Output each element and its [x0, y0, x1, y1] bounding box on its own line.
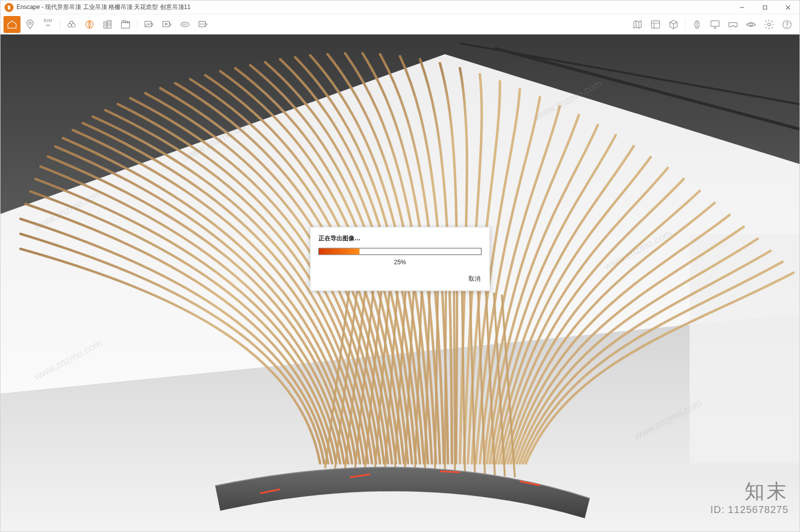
- svg-point-42: [768, 23, 770, 26]
- svg-rect-33: [652, 21, 660, 28]
- export-image-button[interactable]: [140, 16, 158, 33]
- export-exe-button[interactable]: EXE: [194, 16, 212, 33]
- binoculars-button[interactable]: [63, 16, 80, 33]
- home-button[interactable]: [4, 16, 20, 33]
- settings-gear-button[interactable]: [760, 16, 778, 33]
- progress-fill: [319, 248, 360, 254]
- monitor-button[interactable]: [706, 16, 724, 33]
- maximize-button[interactable]: [754, 0, 776, 14]
- vr-headset-button[interactable]: [724, 16, 742, 33]
- svg-point-41: [750, 23, 752, 26]
- svg-text:360°: 360°: [182, 22, 188, 25]
- app-name: Enscape: [16, 3, 40, 10]
- bim-label: BIM: [44, 18, 52, 23]
- map-view-button[interactable]: [629, 16, 646, 33]
- svg-rect-11: [104, 21, 107, 28]
- cube-view-button[interactable]: [665, 16, 682, 33]
- building-button[interactable]: [99, 16, 116, 33]
- visibility-eye-button[interactable]: [742, 16, 760, 33]
- toolbar-right: [629, 14, 796, 34]
- document-title: 现代异形吊顶 工业吊顶 格栅吊顶 天花造型 创意吊顶11: [45, 3, 190, 10]
- watermark-brand: 知末: [710, 478, 788, 505]
- svg-rect-25: [163, 21, 170, 26]
- svg-point-8: [68, 23, 72, 27]
- svg-line-65: [454, 285, 455, 472]
- location-pin-button[interactable]: [22, 16, 38, 33]
- watermark-corner: 知末 ID: 1125678275: [710, 478, 788, 516]
- svg-point-44: [786, 26, 787, 27]
- compass-button[interactable]: [81, 16, 98, 33]
- svg-line-74: [440, 472, 460, 473]
- dialog-title: 正在导出图像…: [318, 234, 482, 243]
- watermark-id: ID: 1125678275: [710, 504, 788, 516]
- window-controls: [730, 0, 800, 14]
- clapperboard-button[interactable]: [117, 16, 134, 33]
- svg-point-9: [72, 23, 75, 27]
- svg-marker-26: [165, 23, 168, 25]
- svg-rect-1: [764, 6, 767, 9]
- svg-text:EXE: EXE: [200, 22, 204, 25]
- bim-mode-button[interactable]: BIM: [40, 16, 56, 33]
- export-progress-dialog: 正在导出图像… 25% 取消: [310, 227, 490, 291]
- title-bar: Enscape - 现代异形吊顶 工业吊顶 格栅吊顶 天花造型 创意吊顶11: [0, 0, 800, 14]
- app-window: Enscape - 现代异形吊顶 工业吊顶 格栅吊顶 天花造型 创意吊顶11 B…: [0, 0, 800, 532]
- minimize-button[interactable]: [730, 0, 754, 14]
- panorama-360-button[interactable]: 360°: [176, 16, 194, 33]
- toolbar-separator: [685, 19, 686, 30]
- toolbar-separator: [137, 19, 138, 30]
- render-viewport[interactable]: www.znzmo.com www.znzmo.com www.znzmo.co…: [0, 34, 800, 532]
- cancel-button[interactable]: 取消: [468, 273, 482, 285]
- toolbar: BIM 360° EXE: [0, 14, 800, 34]
- toolbar-separator: [60, 19, 60, 30]
- asset-library-button[interactable]: [647, 16, 664, 33]
- svg-point-4: [29, 21, 32, 24]
- enscape-logo-icon: [4, 3, 14, 12]
- close-button[interactable]: [776, 0, 800, 14]
- svg-rect-20: [122, 22, 130, 28]
- mirror-compare-button[interactable]: [688, 16, 706, 33]
- progress-bar: [318, 248, 482, 255]
- window-title: Enscape - 现代异形吊顶 工业吊顶 格栅吊顶 天花造型 创意吊顶11: [16, 3, 190, 11]
- help-button[interactable]: [778, 16, 796, 33]
- export-video-button[interactable]: [158, 16, 176, 33]
- progress-percent-label: 25%: [318, 259, 482, 266]
- svg-line-64: [445, 284, 446, 471]
- svg-rect-48: [690, 234, 800, 463]
- toolbar-left: BIM 360° EXE: [4, 16, 212, 33]
- svg-rect-38: [711, 21, 720, 26]
